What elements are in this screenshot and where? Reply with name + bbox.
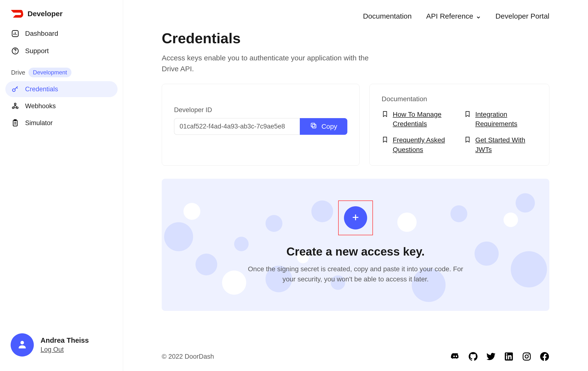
topnav-api-reference[interactable]: API Reference: [426, 12, 481, 20]
doc-link-faq: Frequently Asked Questions: [382, 135, 454, 154]
key-icon: [11, 85, 19, 93]
copy-button[interactable]: Copy: [300, 118, 347, 135]
section-header: Drive Development: [0, 59, 123, 81]
doc-link-integration: Integration Requirements: [464, 110, 537, 129]
linkedin-icon[interactable]: [504, 352, 514, 361]
svg-point-4: [12, 107, 14, 109]
instagram-icon[interactable]: [522, 352, 532, 361]
secondary-nav: Credentials Webhooks Simulator: [0, 81, 123, 131]
clipboard-icon: [11, 119, 19, 127]
svg-rect-10: [312, 124, 316, 128]
bookmark-icon: [464, 136, 471, 143]
svg-point-13: [525, 355, 528, 358]
subnav-webhooks[interactable]: Webhooks: [5, 98, 117, 114]
github-icon[interactable]: [468, 352, 478, 361]
documentation-title: Documentation: [382, 95, 537, 103]
doc-link-faq-link[interactable]: Frequently Asked Questions: [393, 135, 454, 154]
person-icon: [17, 339, 28, 351]
brand[interactable]: Developer: [0, 5, 123, 26]
topnav-documentation[interactable]: Documentation: [363, 12, 412, 20]
doordash-logo-icon: [10, 10, 24, 18]
doc-link-integration-link[interactable]: Integration Requirements: [475, 110, 537, 129]
social-links: [451, 352, 549, 361]
sidebar: Developer Dashboard Support Drive Develo…: [0, 0, 123, 371]
logout-link[interactable]: Log Out: [41, 346, 64, 353]
create-key-button[interactable]: [344, 206, 367, 229]
environment-badge[interactable]: Development: [29, 68, 71, 77]
create-key-highlight: [338, 200, 373, 235]
svg-point-14: [528, 354, 529, 355]
subnav-credentials-label: Credentials: [25, 86, 58, 93]
main: Documentation API Reference Developer Po…: [123, 0, 588, 371]
svg-point-2: [15, 52, 16, 53]
discord-icon[interactable]: [451, 352, 460, 361]
footer: © 2022 DoorDash: [123, 337, 588, 371]
avatar[interactable]: [10, 333, 34, 357]
bookmark-icon: [382, 136, 388, 143]
page-title: Credentials: [162, 30, 549, 47]
brand-name: Developer: [28, 10, 63, 18]
svg-point-6: [14, 103, 16, 105]
create-key-panel: Create a new access key. Once the signin…: [162, 179, 549, 311]
topnav-developer-portal[interactable]: Developer Portal: [495, 12, 549, 20]
primary-nav: Dashboard Support: [0, 26, 123, 59]
topnav: Documentation API Reference Developer Po…: [123, 0, 588, 25]
subnav-simulator[interactable]: Simulator: [5, 115, 117, 131]
doc-link-manage-link[interactable]: How To Manage Credentials: [393, 110, 454, 129]
create-key-title: Create a new access key.: [171, 245, 540, 258]
developer-id-label: Developer ID: [174, 106, 347, 114]
nav-support[interactable]: Support: [5, 43, 117, 59]
topnav-api-reference-label: API Reference: [426, 12, 473, 20]
svg-rect-11: [311, 123, 315, 127]
documentation-card: Documentation How To Manage Credentials …: [369, 84, 549, 166]
chevron-down-icon: [476, 13, 481, 19]
plus-icon: [351, 213, 360, 223]
page-subtitle: Access keys enable you to authenticate y…: [162, 52, 374, 74]
copyright: © 2022 DoorDash: [162, 353, 214, 360]
dashboard-icon: [11, 30, 19, 38]
create-key-description: Once the signing secret is created, copy…: [247, 264, 464, 284]
help-icon: [11, 47, 19, 55]
user-name: Andrea Theiss: [41, 337, 89, 344]
copy-button-label: Copy: [322, 123, 337, 131]
svg-point-9: [21, 341, 24, 344]
developer-id-card: Developer ID Copy: [162, 84, 360, 166]
subnav-simulator-label: Simulator: [25, 119, 52, 127]
developer-id-input[interactable]: [174, 118, 300, 135]
sidebar-footer: Andrea Theiss Log Out: [0, 327, 123, 366]
webhook-icon: [11, 102, 19, 110]
nav-support-label: Support: [25, 47, 49, 55]
copy-icon: [310, 122, 317, 131]
doc-link-jwts: Get Started With JWTs: [464, 135, 537, 154]
svg-point-5: [16, 107, 18, 109]
doc-link-manage: How To Manage Credentials: [382, 110, 454, 129]
bookmark-icon: [382, 111, 388, 117]
nav-dashboard[interactable]: Dashboard: [5, 26, 117, 42]
subnav-credentials[interactable]: Credentials: [5, 81, 117, 97]
svg-point-3: [12, 89, 15, 92]
facebook-icon[interactable]: [540, 352, 549, 361]
subnav-webhooks-label: Webhooks: [25, 102, 56, 110]
section-label: Drive: [11, 69, 25, 76]
doc-link-jwts-link[interactable]: Get Started With JWTs: [475, 135, 537, 154]
nav-dashboard-label: Dashboard: [25, 30, 58, 37]
bookmark-icon: [464, 111, 471, 117]
twitter-icon[interactable]: [486, 352, 496, 361]
